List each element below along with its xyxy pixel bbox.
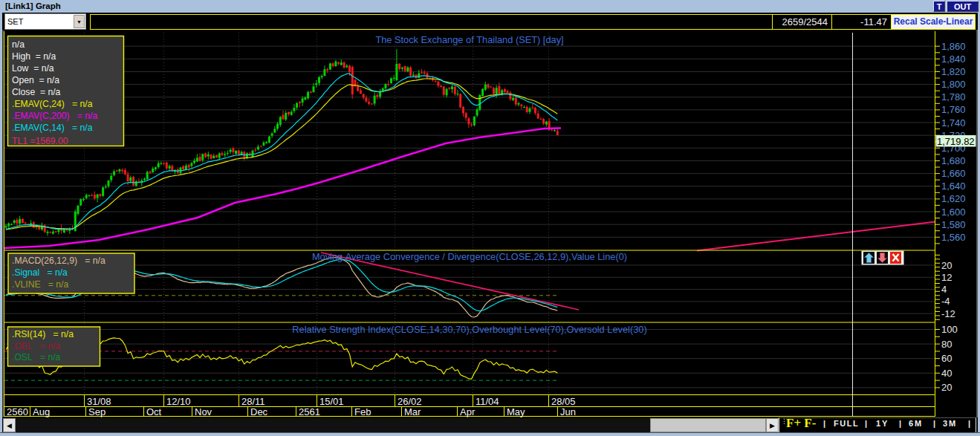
svg-text:60: 60 (941, 353, 952, 364)
svg-text:20: 20 (941, 260, 952, 271)
svg-text:Aug: Aug (33, 406, 50, 417)
svg-text:100: 100 (941, 324, 958, 335)
svg-text:40: 40 (941, 368, 952, 379)
svg-text:n/a: n/a (12, 39, 25, 50)
svg-text:12/10: 12/10 (166, 396, 191, 407)
svg-text:11/04: 11/04 (476, 396, 499, 407)
svg-text:1,820: 1,820 (941, 66, 966, 77)
svg-text:.EMAV(C,14) = n/a: .EMAV(C,14) = n/a (12, 123, 93, 133)
svg-text:2561: 2561 (299, 406, 320, 417)
svg-text:Open = n/a: Open = n/a (12, 75, 59, 85)
svg-text:Nov: Nov (195, 406, 212, 417)
svg-text:1,600: 1,600 (941, 206, 966, 218)
svg-text:1,780: 1,780 (941, 91, 966, 103)
svg-text:1,680: 1,680 (941, 155, 966, 166)
svg-text:High = n/a: High = n/a (12, 51, 56, 62)
svg-text:2560: 2560 (7, 406, 28, 417)
svg-text:1,620: 1,620 (941, 193, 966, 204)
svg-text:Feb: Feb (354, 406, 371, 417)
svg-text:20: 20 (941, 382, 952, 393)
svg-text:1,560: 1,560 (941, 232, 966, 243)
svg-text:.EMAV(C,24) = n/a: .EMAV(C,24) = n/a (12, 99, 93, 109)
svg-text:Close = n/a: Close = n/a (12, 87, 61, 97)
svg-text:1,760: 1,760 (941, 104, 966, 115)
svg-text:.MACD(26,12,9) = n/a: .MACD(26,12,9) = n/a (12, 256, 106, 266)
svg-text:.OBL = n/a: .OBL = n/a (12, 341, 61, 351)
svg-text:31/08: 31/08 (87, 396, 111, 407)
svg-text:.VLINE = n/a: .VLINE = n/a (12, 279, 68, 290)
svg-text:.EMAV(C,200) = n/a: .EMAV(C,200) = n/a (12, 111, 97, 121)
svg-text:Oct: Oct (146, 406, 162, 417)
svg-text:1,840: 1,840 (941, 53, 966, 65)
svg-text:1,800: 1,800 (941, 79, 966, 90)
svg-text:The Stock Exchange of Thailand: The Stock Exchange of Thailand (SET) [da… (375, 34, 563, 45)
svg-text:Sep: Sep (88, 406, 106, 417)
svg-text:1,860: 1,860 (941, 41, 966, 52)
svg-text:-4: -4 (941, 296, 950, 307)
svg-text:.OSL = n/a: .OSL = n/a (12, 352, 61, 362)
svg-text:80: 80 (941, 339, 952, 350)
svg-text:Mar: Mar (404, 406, 421, 417)
svg-text:26/02: 26/02 (397, 396, 422, 407)
svg-text:1,640: 1,640 (941, 180, 966, 192)
svg-text:Moving Average Convergence / D: Moving Average Convergence / Divergence(… (312, 251, 627, 262)
svg-text:Jun: Jun (560, 406, 576, 417)
svg-text:28/11: 28/11 (241, 396, 265, 407)
svg-text:Low = n/a: Low = n/a (12, 63, 54, 74)
svg-text:TL1 =1569.00: TL1 =1569.00 (12, 136, 68, 146)
svg-text:1,719.82: 1,719.82 (937, 136, 975, 147)
svg-text:12: 12 (941, 272, 952, 283)
svg-text:1,660: 1,660 (941, 168, 966, 179)
svg-text:15/01: 15/01 (319, 396, 344, 407)
svg-text:May: May (507, 406, 525, 417)
svg-text:.RSI(14) = n/a: .RSI(14) = n/a (12, 329, 74, 339)
svg-text:Relative Strength Index(CLOSE,: Relative Strength Index(CLOSE,14,30,70),… (292, 324, 646, 335)
svg-text:28/05: 28/05 (551, 396, 576, 407)
svg-text:1,580: 1,580 (941, 219, 966, 230)
svg-text:4: 4 (941, 284, 947, 295)
svg-text:Apr: Apr (460, 406, 476, 417)
svg-text:1,740: 1,740 (941, 117, 966, 128)
svg-text:Dec: Dec (250, 406, 268, 417)
svg-text:-12: -12 (941, 308, 955, 319)
svg-text:.Signal = n/a: .Signal = n/a (12, 267, 68, 278)
